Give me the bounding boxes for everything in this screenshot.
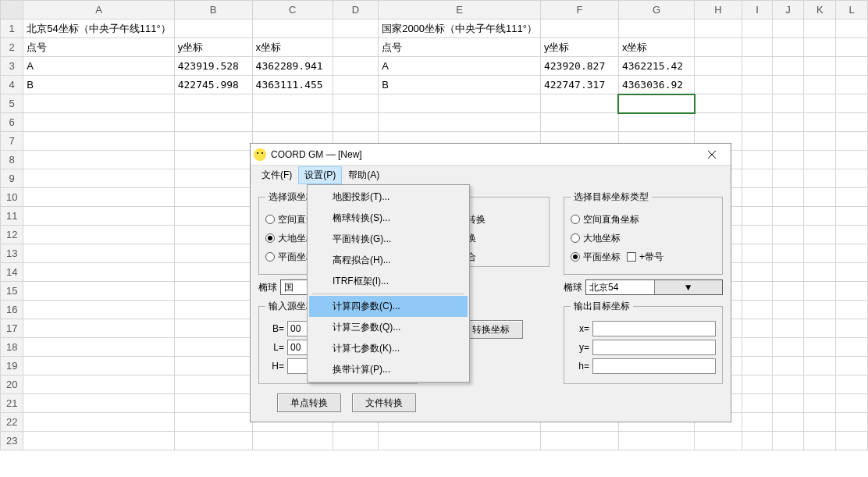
cell[interactable] — [742, 94, 772, 113]
row-header[interactable]: 3 — [1, 57, 23, 76]
cell[interactable] — [174, 94, 252, 113]
row-header[interactable]: 7 — [1, 132, 23, 151]
cell[interactable] — [804, 20, 836, 38]
cell[interactable] — [540, 20, 618, 38]
menuitem-itrf-frame[interactable]: ITRF框架(I)... — [309, 271, 468, 292]
cell[interactable] — [836, 94, 868, 113]
titlebar[interactable]: COORD GM — [New] — [251, 144, 731, 166]
cell[interactable] — [23, 94, 174, 113]
menuitem-plane-transform[interactable]: 平面转换(G)... — [309, 229, 468, 250]
menuitem-map-projection[interactable]: 地图投影(T)... — [309, 187, 468, 208]
menuitem-calc-4params[interactable]: 计算四参数(C)... — [309, 296, 468, 317]
menu-help[interactable]: 帮助(A) — [342, 166, 386, 184]
cell[interactable] — [333, 76, 378, 94]
cell[interactable] — [772, 94, 803, 113]
close-button[interactable] — [696, 144, 727, 166]
cell[interactable] — [252, 94, 333, 113]
menu-settings[interactable]: 设置(P) — [298, 166, 342, 184]
menuitem-ellipsoid-transform[interactable]: 椭球转换(S)... — [309, 208, 468, 229]
row-header[interactable]: 12 — [1, 226, 23, 244]
cell[interactable] — [804, 94, 836, 113]
cell[interactable] — [772, 57, 803, 76]
cell[interactable] — [333, 20, 378, 38]
row-header[interactable]: 9 — [1, 169, 23, 188]
cell[interactable] — [333, 57, 378, 76]
single-convert-button[interactable]: 单点转换 — [277, 393, 341, 412]
col-header[interactable]: J — [772, 1, 803, 20]
cell[interactable] — [23, 113, 174, 132]
cell[interactable]: 422745.998 — [174, 76, 252, 94]
row-header[interactable]: 23 — [1, 432, 23, 450]
cell[interactable] — [333, 94, 378, 113]
row-header[interactable]: 13 — [1, 244, 23, 263]
row-header[interactable]: 8 — [1, 151, 23, 169]
row-header[interactable]: 4 — [1, 76, 23, 94]
cell[interactable]: 4363036.92 — [618, 76, 694, 94]
menuitem-height-fit[interactable]: 高程拟合(H)... — [309, 250, 468, 271]
row-header[interactable]: 5 — [1, 94, 23, 113]
col-header[interactable]: I — [742, 1, 772, 20]
cell[interactable] — [836, 76, 868, 94]
cell[interactable]: 422747.317 — [540, 76, 618, 94]
output-x[interactable] — [592, 321, 716, 336]
row-header[interactable]: 17 — [1, 319, 23, 338]
file-convert-button[interactable]: 文件转换 — [352, 393, 416, 412]
row-header[interactable]: 14 — [1, 263, 23, 282]
cell[interactable] — [804, 38, 836, 57]
cell[interactable] — [836, 57, 868, 76]
output-h[interactable] — [592, 358, 716, 374]
row-header[interactable]: 1 — [1, 20, 23, 38]
col-header[interactable]: B — [174, 1, 252, 20]
cell[interactable]: A — [23, 57, 174, 76]
radio-dst-space[interactable]: 空间直角坐标 — [571, 212, 716, 227]
cell[interactable]: 北京54坐标（中央子午线111°） — [23, 20, 174, 38]
row-header[interactable]: 18 — [1, 338, 23, 357]
cell[interactable] — [804, 57, 836, 76]
active-cell[interactable] — [618, 94, 694, 113]
cell[interactable] — [695, 94, 742, 113]
row-header[interactable]: 16 — [1, 301, 23, 319]
cell[interactable]: 4362215.42 — [618, 57, 694, 76]
row-header[interactable]: 19 — [1, 357, 23, 376]
radio-dst-plane[interactable]: 平面坐标 +带号 — [571, 249, 716, 265]
row-header[interactable]: 6 — [1, 113, 23, 132]
select-all-corner[interactable] — [1, 1, 23, 20]
cell[interactable] — [772, 38, 803, 57]
cell[interactable] — [742, 20, 772, 38]
row-header[interactable]: 21 — [1, 394, 23, 413]
col-header[interactable]: E — [379, 1, 541, 20]
col-header[interactable]: A — [23, 1, 174, 20]
cell[interactable]: 423919.528 — [174, 57, 252, 76]
cell[interactable]: x坐标 — [252, 38, 333, 57]
col-header[interactable]: C — [252, 1, 333, 20]
cell[interactable] — [252, 20, 333, 38]
cell[interactable]: y坐标 — [174, 38, 252, 57]
row-header[interactable]: 15 — [1, 282, 23, 301]
radio-dst-geodetic[interactable]: 大地坐标 — [571, 230, 716, 246]
cell[interactable]: 国家2000坐标（中央子午线111°） — [379, 20, 541, 38]
cell[interactable] — [836, 38, 868, 57]
col-header[interactable]: D — [333, 1, 378, 20]
cell[interactable] — [836, 20, 868, 38]
menuitem-calc-7params[interactable]: 计算七参数(K)... — [309, 338, 468, 359]
row-header[interactable]: 20 — [1, 376, 23, 394]
cell[interactable]: y坐标 — [540, 38, 618, 57]
cell[interactable] — [695, 20, 742, 38]
row-header[interactable]: 10 — [1, 188, 23, 207]
cell[interactable]: 4363111.455 — [252, 76, 333, 94]
cell[interactable] — [742, 76, 772, 94]
cell[interactable]: 4362289.941 — [252, 57, 333, 76]
cell[interactable] — [540, 94, 618, 113]
row-header[interactable]: 22 — [1, 413, 23, 432]
menuitem-calc-3params[interactable]: 计算三参数(Q)... — [309, 317, 468, 338]
cell[interactable]: x坐标 — [618, 38, 694, 57]
cell[interactable] — [804, 76, 836, 94]
output-y[interactable] — [592, 340, 716, 355]
menuitem-zone-calc[interactable]: 换带计算(P)... — [309, 359, 468, 380]
cell[interactable]: B — [379, 76, 541, 94]
cell[interactable]: B — [23, 76, 174, 94]
cell[interactable]: 点号 — [23, 38, 174, 57]
cell[interactable]: A — [379, 57, 541, 76]
col-header[interactable]: F — [540, 1, 618, 20]
checkbox-with-band[interactable] — [627, 252, 636, 262]
